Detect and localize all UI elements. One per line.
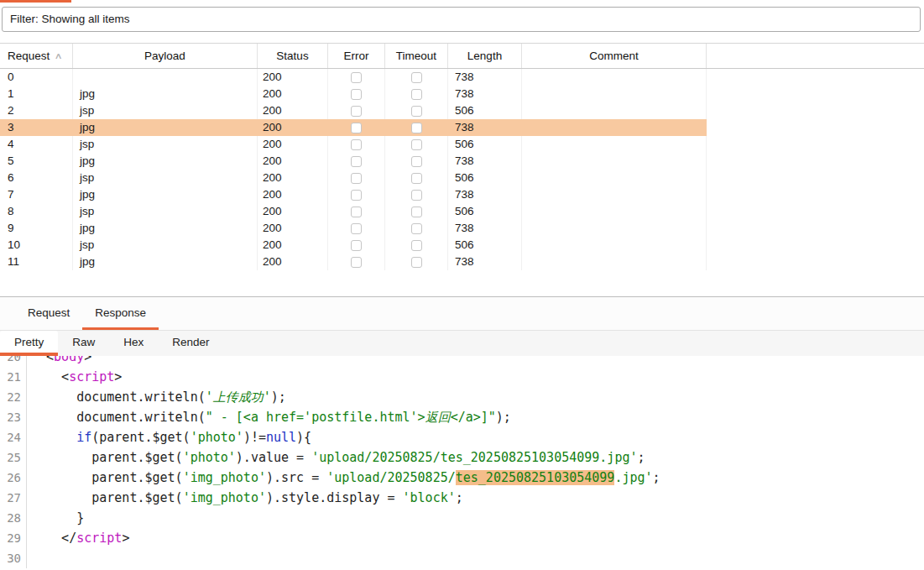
code-segment: < [31, 369, 69, 384]
error-checkbox-cell [328, 153, 385, 170]
timeout-checkbox-cell [385, 102, 448, 119]
comment-cell [522, 153, 707, 170]
request-cell: 8 [0, 203, 73, 220]
error-checkbox[interactable] [351, 139, 362, 150]
code-text: if(parent.$get('photo')!=null){ [27, 427, 311, 447]
request-cell: 11 [0, 254, 73, 270]
code-segment: body [54, 356, 84, 364]
error-checkbox[interactable] [351, 156, 362, 167]
timeout-checkbox[interactable] [411, 207, 422, 217]
error-checkbox[interactable] [351, 257, 362, 268]
table-row[interactable]: 10jsp200506 [0, 237, 924, 254]
timeout-checkbox[interactable] [411, 156, 422, 167]
timeout-checkbox[interactable] [411, 106, 422, 117]
code-segment: 'upload/20250825/tes_20250825103054099.j… [311, 450, 637, 465]
error-checkbox-cell [328, 136, 385, 153]
error-checkbox[interactable] [351, 223, 362, 234]
code-segment: ); [496, 410, 511, 425]
code-segment: </ [31, 531, 76, 546]
code-text: } [27, 508, 84, 528]
table-row[interactable]: 3jpg200738 [0, 119, 924, 136]
error-checkbox[interactable] [351, 173, 362, 184]
error-checkbox[interactable] [351, 207, 362, 217]
column-header-status[interactable]: Status [258, 44, 328, 68]
line-number: 29 [0, 528, 27, 548]
timeout-checkbox-cell [385, 203, 448, 220]
table-row[interactable]: 9jpg200738 [0, 220, 924, 237]
code-segment: parent.$get( [31, 450, 183, 465]
table-row[interactable]: 6jsp200506 [0, 170, 924, 186]
table-row[interactable]: 0200738 [0, 69, 924, 86]
timeout-checkbox[interactable] [411, 257, 422, 268]
table-row[interactable]: 2jsp200506 [0, 102, 924, 119]
column-label: Payload [144, 50, 185, 62]
length-cell: 506 [448, 136, 522, 153]
length-cell: 506 [448, 237, 522, 254]
filter-bar[interactable]: Filter: Showing all items [2, 7, 921, 32]
error-checkbox[interactable] [351, 106, 362, 117]
comment-cell [522, 203, 707, 220]
request-cell: 6 [0, 170, 73, 186]
table-row[interactable]: 8jsp200506 [0, 203, 924, 220]
code-segment: ' [264, 390, 271, 405]
status-cell: 200 [258, 254, 328, 270]
timeout-checkbox[interactable] [411, 240, 422, 251]
timeout-checkbox-cell [385, 186, 448, 203]
view-tab-hex[interactable]: Hex [109, 331, 158, 356]
table-row[interactable]: 7jpg200738 [0, 186, 924, 203]
tab-request[interactable]: Request [15, 297, 82, 330]
error-checkbox[interactable] [351, 190, 362, 201]
comment-cell [522, 186, 707, 203]
code-segment: ; [637, 450, 645, 465]
response-pretty-view[interactable]: 20 <body>21 <script>22 document.writeln(… [0, 356, 924, 570]
comment-cell [522, 254, 707, 270]
results-table: Request∧PayloadStatusErrorTimeoutLengthC… [0, 43, 924, 296]
code-segment: > [114, 369, 122, 384]
view-tab-pretty[interactable]: Pretty [0, 331, 58, 356]
error-checkbox[interactable] [351, 72, 362, 83]
length-cell: 738 [448, 220, 522, 237]
tab-response[interactable]: Response [82, 297, 159, 330]
payload-cell: jsp [73, 237, 258, 254]
request-cell: 7 [0, 186, 73, 203]
table-row[interactable]: 1jpg200738 [0, 86, 924, 102]
timeout-checkbox[interactable] [411, 89, 422, 100]
column-header-length[interactable]: Length [448, 44, 522, 68]
code-line: 24 if(parent.$get('photo')!=null){ [0, 427, 924, 447]
error-checkbox[interactable] [351, 240, 362, 251]
timeout-checkbox[interactable] [411, 72, 422, 83]
table-row[interactable]: 4jsp200506 [0, 136, 924, 153]
column-header-request[interactable]: Request∧ [0, 44, 73, 68]
view-tab-render[interactable]: Render [158, 331, 223, 356]
error-checkbox-cell [328, 102, 385, 119]
error-checkbox[interactable] [351, 123, 362, 133]
column-header-timeout[interactable]: Timeout [385, 44, 448, 68]
timeout-checkbox[interactable] [411, 173, 422, 184]
error-checkbox-cell [328, 237, 385, 254]
column-header-error[interactable]: Error [328, 44, 385, 68]
comment-cell [522, 69, 707, 86]
error-checkbox-cell [328, 69, 385, 86]
table-row[interactable]: 5jpg200738 [0, 153, 924, 170]
code-line: 21 <script> [0, 367, 924, 387]
status-cell: 200 [258, 119, 328, 136]
timeout-checkbox[interactable] [411, 123, 422, 133]
table-header: Request∧PayloadStatusErrorTimeoutLengthC… [0, 44, 924, 69]
view-tab-raw[interactable]: Raw [58, 331, 109, 356]
code-segment: 'block' [403, 490, 456, 505]
timeout-checkbox-cell [385, 254, 448, 270]
error-checkbox[interactable] [351, 89, 362, 100]
timeout-checkbox[interactable] [411, 139, 422, 150]
code-segment: script [69, 369, 114, 384]
code-segment: 'photo' [183, 450, 236, 465]
timeout-checkbox[interactable] [411, 223, 422, 234]
code-line: 28 } [0, 508, 924, 528]
status-cell: 200 [258, 86, 328, 102]
error-checkbox-cell [328, 254, 385, 270]
timeout-checkbox[interactable] [411, 190, 422, 201]
column-header-comment[interactable]: Comment [522, 44, 707, 68]
line-number: 24 [0, 427, 27, 447]
column-header-payload[interactable]: Payload [73, 44, 258, 68]
table-row[interactable]: 11jpg200738 [0, 254, 924, 270]
code-segment: 'img_photo' [183, 490, 266, 505]
